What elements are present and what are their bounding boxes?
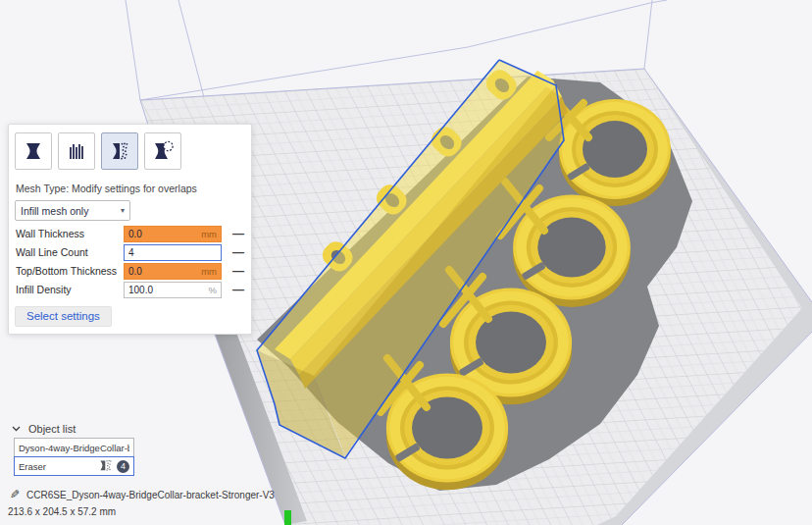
overlap-mesh-icon xyxy=(108,139,131,163)
overlap-mesh-icon xyxy=(98,459,114,473)
object-item-label: Dyson-4way-BridgeCollar-bra... xyxy=(19,443,129,453)
support-mesh-button[interactable] xyxy=(58,132,95,170)
object-list-item-bracket[interactable]: Dyson-4way-BridgeCollar-bra... xyxy=(14,438,134,457)
infill-density-input[interactable]: 100.0 % xyxy=(124,282,222,298)
setting-value: 0.0 xyxy=(128,266,142,277)
setting-row-top-bottom-thickness: Top/Bottom Thickness 0.0 mm — xyxy=(16,263,245,280)
model-dimensions: 213.6 x 204.5 x 57.2 mm xyxy=(8,506,116,517)
setting-value: 4 xyxy=(128,247,134,258)
origin-marker xyxy=(284,510,291,525)
wall-line-count-input[interactable]: 4 xyxy=(124,244,222,261)
per-model-settings-panel: Mesh Type: Modify settings for overlaps … xyxy=(8,124,252,335)
remove-setting-button[interactable]: — xyxy=(230,244,246,260)
job-name: CCR6SE_Dyson-4way-BridgeCollar-bracket-S… xyxy=(26,490,275,500)
normal-mesh-button[interactable] xyxy=(15,132,52,170)
anti-overlap-mesh-icon xyxy=(151,139,175,163)
object-list-item-eraser[interactable]: Eraser 4 xyxy=(14,456,134,476)
object-item-label: Eraser xyxy=(19,461,98,472)
mesh-type-buttons xyxy=(15,132,181,170)
object-list-header[interactable]: Object list xyxy=(12,423,76,435)
setting-label: Wall Thickness xyxy=(16,228,84,239)
wall-thickness-input[interactable]: 0.0 mm xyxy=(124,226,222,242)
remove-setting-button[interactable]: — xyxy=(230,282,246,297)
remove-setting-button[interactable]: — xyxy=(230,226,246,241)
select-settings-button[interactable]: Select settings xyxy=(15,306,112,327)
setting-unit: mm xyxy=(201,229,217,239)
edit-pencil-icon[interactable]: ✎ xyxy=(10,488,20,501)
top-bottom-thickness-input[interactable]: 0.0 mm xyxy=(124,263,222,280)
anti-overlap-mesh-button[interactable] xyxy=(144,132,181,170)
chevron-down-icon: ▾ xyxy=(121,206,125,215)
chevron-down-icon xyxy=(12,426,21,432)
collar-ring-4 xyxy=(386,373,508,490)
support-mesh-icon xyxy=(65,139,88,163)
setting-unit: mm xyxy=(201,266,217,277)
setting-value: 0.0 xyxy=(128,229,142,239)
job-name-row: ✎ CCR6SE_Dyson-4way-BridgeCollar-bracket… xyxy=(10,488,275,501)
setting-label: Top/Bottom Thickness xyxy=(16,265,117,277)
mesh-count-badge: 4 xyxy=(117,460,129,473)
normal-mesh-icon xyxy=(22,139,45,163)
setting-label: Wall Line Count xyxy=(16,246,88,258)
setting-row-infill-density: Infill Density 100.0 % — xyxy=(16,282,245,298)
object-list-title: Object list xyxy=(28,423,76,435)
setting-unit: % xyxy=(209,285,217,295)
setting-row-wall-thickness: Wall Thickness 0.0 mm — xyxy=(16,226,245,242)
remove-setting-button[interactable]: — xyxy=(230,263,246,279)
setting-row-wall-line-count: Wall Line Count 4 — xyxy=(16,244,245,261)
mesh-type-description: Mesh Type: Modify settings for overlaps xyxy=(16,183,197,194)
overlap-mode-value: Infill mesh only xyxy=(21,205,88,217)
overlap-mesh-button[interactable] xyxy=(101,132,138,170)
setting-label: Infill Density xyxy=(16,284,72,295)
setting-value: 100.0 xyxy=(128,285,153,295)
overlap-mode-dropdown[interactable]: Infill mesh only ▾ xyxy=(15,200,130,221)
cura-3d-slicer-window: Mesh Type: Modify settings for overlaps … xyxy=(0,0,812,525)
